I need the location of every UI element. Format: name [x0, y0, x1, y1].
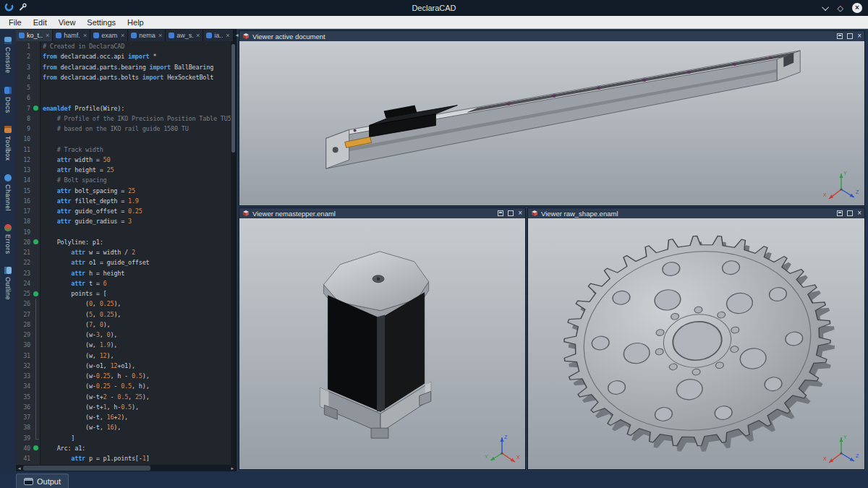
tab-close-icon[interactable]: × [195, 32, 200, 39]
scrollbar-thumb[interactable] [23, 466, 151, 471]
fold-slot [32, 268, 40, 278]
menubar: FileEditViewSettingsHelp [0, 16, 868, 29]
fold-slot [32, 381, 40, 391]
dock-maximize-button[interactable] [847, 210, 853, 216]
wrench-icon [18, 1, 27, 14]
code-line: # Profile of the IKO Precision Position … [43, 114, 236, 124]
fold-marker-icon[interactable] [32, 237, 40, 247]
editor-tab-1[interactable]: hamf..× [53, 30, 90, 41]
axis-label-x: X [516, 455, 520, 460]
code-line: enamldef Profile(Wire): [43, 103, 236, 114]
sidebar-item-channel[interactable]: Channel [1, 172, 15, 213]
line-number: 5 [16, 84, 32, 91]
fold-slot [32, 186, 40, 196]
editor-horizontal-scrollbar[interactable]: ◂ ▸ [16, 465, 236, 471]
dock-float-button[interactable] [837, 33, 843, 39]
editor-vertical-scrollbar[interactable] [231, 41, 236, 465]
editor-tab-3[interactable]: nema..× [128, 30, 166, 41]
editor-tab-4[interactable]: aw_s..× [166, 30, 203, 41]
code-line: Polyline: p1: [43, 237, 236, 247]
tab-label: ia.. [214, 32, 223, 39]
line-number: 24 [16, 280, 32, 287]
menu-item-view[interactable]: View [53, 16, 82, 29]
code-line: attr w = width / 2 [43, 247, 236, 257]
tab-close-icon[interactable]: × [82, 32, 87, 39]
menu-item-settings[interactable]: Settings [81, 16, 122, 29]
maximize-button[interactable]: ◇ [838, 0, 843, 16]
viewer-3d-canvas[interactable]: ZYX [239, 218, 525, 469]
sidebar-item-toolbox[interactable]: Toolbox [1, 124, 15, 163]
editor-tab-2[interactable]: exam..× [90, 30, 128, 41]
scroll-right-icon[interactable]: ▸ [229, 465, 236, 471]
menu-item-help[interactable]: Help [122, 16, 150, 29]
sidebar-item-outline[interactable]: Outline [1, 265, 15, 302]
sidebar-item-label: Channel [4, 184, 12, 211]
fold-slot [32, 155, 40, 165]
fold-slot [32, 412, 40, 422]
tab-close-icon[interactable]: × [158, 32, 162, 39]
fold-marker-icon[interactable] [32, 288, 40, 299]
fold-slot [32, 453, 40, 463]
axis-triad: ZYX [482, 429, 522, 468]
code-line: (w, 1.9), [43, 340, 236, 350]
dock-maximize-button[interactable] [508, 210, 514, 216]
close-button[interactable]: × [852, 3, 862, 13]
line-number: 17 [16, 207, 32, 215]
code-line: (w-o1, 12+o1), [43, 361, 236, 371]
code-line: points = [ [43, 288, 236, 299]
dock-close-button[interactable]: × [518, 210, 522, 217]
line-number-gutter: 1234567891011121314151617181920212223242… [16, 41, 41, 465]
tab-close-icon[interactable]: × [225, 32, 229, 39]
window-title: DeclaraCAD [0, 0, 868, 16]
line-number: 27 [16, 311, 32, 318]
fold-slot [32, 402, 40, 412]
output-button-label: Output [37, 477, 61, 486]
dock-close-button[interactable]: × [857, 33, 861, 40]
sidebar-item-errors[interactable]: Errors [1, 222, 15, 257]
sidebar-item-console[interactable]: Console [1, 35, 15, 76]
fold-marker-icon[interactable] [32, 443, 40, 453]
code-line: (w-t+1, h-0.5), [43, 402, 236, 412]
line-number: 31 [16, 352, 32, 359]
scroll-left-icon[interactable]: ◂ [16, 465, 23, 471]
code-editor[interactable]: 1234567891011121314151617181920212223242… [16, 41, 236, 465]
dock-float-button[interactable] [837, 210, 843, 216]
tab-close-icon[interactable]: × [45, 32, 49, 39]
viewer-3d-canvas[interactable]: YXZ [239, 41, 864, 205]
fold-slot [32, 227, 40, 237]
line-number: 14 [16, 176, 32, 184]
titlebar[interactable]: DeclaraCAD ◇ × [0, 0, 868, 16]
editor-tab-0[interactable]: ko_t..× [16, 30, 53, 41]
app-logo-icon [4, 1, 14, 14]
code-area[interactable]: # Created in DeclaraCADfrom declaracad.o… [41, 41, 236, 465]
dock-titlebar[interactable]: Viewer raw_shape.enaml × [528, 208, 864, 218]
axis-label-x: X [823, 192, 827, 197]
scrollbar-thumb[interactable] [231, 44, 235, 153]
dock-titlebar[interactable]: Viewer active document × [239, 31, 864, 41]
code-line: (w, 12), [43, 351, 236, 361]
menu-item-file[interactable]: File [3, 16, 27, 29]
dock-maximize-button[interactable] [847, 33, 853, 39]
fold-slot [32, 340, 40, 350]
viewer-title: Viewer raw_shape.enaml [541, 210, 618, 218]
dock-float-button[interactable] [498, 210, 503, 216]
code-line: attr p = p1.points[-1] [43, 453, 236, 463]
file-icon [56, 33, 61, 38]
viewer-3d-canvas[interactable]: YXZ [528, 218, 864, 469]
output-button[interactable]: Output [16, 474, 69, 488]
fold-slot [32, 257, 40, 267]
editor-tab-5[interactable]: ia..× [203, 30, 233, 41]
fold-marker-icon[interactable] [32, 103, 40, 114]
sidebar-item-docs[interactable]: Docs [1, 85, 15, 116]
code-line: # Created in DeclaraCAD [43, 41, 236, 51]
tab-close-icon[interactable]: × [120, 32, 124, 39]
line-number: 2 [16, 53, 32, 60]
dock-close-button[interactable]: × [857, 210, 861, 217]
menu-item-edit[interactable]: Edit [27, 16, 53, 29]
code-line [43, 93, 236, 103]
file-icon [206, 33, 212, 38]
sidebar-item-label: Outline [4, 277, 12, 300]
line-number: 25 [16, 290, 32, 297]
dock-titlebar[interactable]: Viewer nemastepper.enaml × [239, 208, 525, 218]
fold-slot [32, 114, 40, 124]
